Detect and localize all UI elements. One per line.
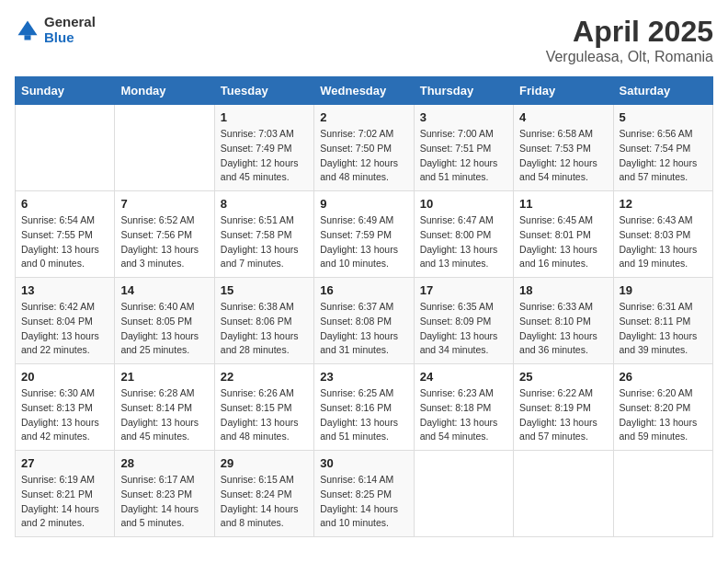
- day-info: Sunrise: 6:40 AMSunset: 8:05 PMDaylight:…: [120, 300, 208, 358]
- calendar-cell: 22Sunrise: 6:26 AMSunset: 8:15 PMDayligh…: [214, 364, 313, 451]
- day-info: Sunrise: 6:38 AMSunset: 8:06 PMDaylight:…: [221, 300, 308, 358]
- calendar-cell: 20Sunrise: 6:30 AMSunset: 8:13 PMDayligh…: [16, 364, 115, 451]
- day-info: Sunrise: 6:22 AMSunset: 8:19 PMDaylight:…: [519, 386, 607, 444]
- day-number: 24: [420, 370, 507, 384]
- day-number: 18: [519, 283, 607, 297]
- calendar-week-row: 20Sunrise: 6:30 AMSunset: 8:13 PMDayligh…: [16, 364, 713, 451]
- weekday-header: Wednesday: [314, 77, 414, 105]
- calendar-cell: 5Sunrise: 6:56 AMSunset: 7:54 PMDaylight…: [613, 105, 712, 191]
- day-number: 7: [120, 197, 208, 211]
- day-info: Sunrise: 6:17 AMSunset: 8:23 PMDaylight:…: [120, 473, 208, 531]
- day-info: Sunrise: 6:54 AMSunset: 7:55 PMDaylight:…: [21, 213, 108, 271]
- day-number: 12: [620, 197, 707, 211]
- weekday-header: Monday: [115, 77, 214, 105]
- day-number: 10: [420, 197, 507, 211]
- day-info: Sunrise: 6:49 AMSunset: 7:59 PMDaylight:…: [320, 213, 407, 271]
- day-number: 9: [320, 197, 407, 211]
- calendar-cell: 30Sunrise: 6:14 AMSunset: 8:25 PMDayligh…: [314, 451, 414, 537]
- weekday-header: Saturday: [613, 77, 712, 105]
- calendar-cell: 11Sunrise: 6:45 AMSunset: 8:01 PMDayligh…: [514, 191, 613, 278]
- calendar-cell: [414, 451, 513, 537]
- calendar-subtitle: Verguleasa, Olt, Romania: [546, 49, 713, 65]
- day-info: Sunrise: 6:20 AMSunset: 8:20 PMDaylight:…: [620, 386, 707, 444]
- calendar-cell: 16Sunrise: 6:37 AMSunset: 8:08 PMDayligh…: [314, 278, 414, 364]
- calendar-cell: 26Sunrise: 6:20 AMSunset: 8:20 PMDayligh…: [613, 364, 712, 451]
- calendar-cell: 27Sunrise: 6:19 AMSunset: 8:21 PMDayligh…: [16, 451, 115, 537]
- day-number: 16: [320, 283, 407, 297]
- day-number: 8: [221, 197, 308, 211]
- calendar-cell: 24Sunrise: 6:23 AMSunset: 8:18 PMDayligh…: [414, 364, 513, 451]
- logo: General Blue: [15, 15, 96, 45]
- day-info: Sunrise: 6:15 AMSunset: 8:24 PMDaylight:…: [221, 473, 308, 531]
- weekday-header: Friday: [514, 77, 613, 105]
- calendar-week-row: 27Sunrise: 6:19 AMSunset: 8:21 PMDayligh…: [16, 451, 713, 537]
- calendar-cell: [115, 105, 214, 191]
- calendar-cell: 6Sunrise: 6:54 AMSunset: 7:55 PMDaylight…: [16, 191, 115, 278]
- day-number: 17: [420, 283, 507, 297]
- day-info: Sunrise: 7:02 AMSunset: 7:50 PMDaylight:…: [320, 127, 407, 185]
- weekday-header-row: SundayMondayTuesdayWednesdayThursdayFrid…: [16, 77, 713, 105]
- calendar-week-row: 1Sunrise: 7:03 AMSunset: 7:49 PMDaylight…: [16, 105, 713, 191]
- calendar-cell: 10Sunrise: 6:47 AMSunset: 8:00 PMDayligh…: [414, 191, 513, 278]
- day-info: Sunrise: 6:26 AMSunset: 8:15 PMDaylight:…: [221, 386, 308, 444]
- weekday-header: Thursday: [414, 77, 513, 105]
- day-info: Sunrise: 6:33 AMSunset: 8:10 PMDaylight:…: [519, 300, 607, 358]
- calendar-cell: [16, 105, 115, 191]
- calendar-cell: 15Sunrise: 6:38 AMSunset: 8:06 PMDayligh…: [214, 278, 313, 364]
- calendar-cell: 13Sunrise: 6:42 AMSunset: 8:04 PMDayligh…: [16, 278, 115, 364]
- calendar-cell: 14Sunrise: 6:40 AMSunset: 8:05 PMDayligh…: [115, 278, 214, 364]
- day-info: Sunrise: 6:43 AMSunset: 8:03 PMDaylight:…: [620, 213, 707, 271]
- day-number: 22: [221, 370, 308, 384]
- day-number: 19: [620, 283, 707, 297]
- day-info: Sunrise: 6:14 AMSunset: 8:25 PMDaylight:…: [320, 473, 407, 531]
- weekday-header: Sunday: [16, 77, 115, 105]
- day-info: Sunrise: 7:03 AMSunset: 7:49 PMDaylight:…: [221, 127, 308, 185]
- title-area: April 2025 Verguleasa, Olt, Romania: [546, 15, 713, 65]
- weekday-header: Tuesday: [214, 77, 313, 105]
- day-number: 23: [320, 370, 407, 384]
- calendar-cell: 2Sunrise: 7:02 AMSunset: 7:50 PMDaylight…: [314, 105, 414, 191]
- day-number: 4: [519, 110, 607, 124]
- day-number: 15: [221, 283, 308, 297]
- day-number: 20: [21, 370, 108, 384]
- day-number: 11: [519, 197, 607, 211]
- calendar-cell: 4Sunrise: 6:58 AMSunset: 7:53 PMDaylight…: [514, 105, 613, 191]
- day-info: Sunrise: 6:30 AMSunset: 8:13 PMDaylight:…: [21, 386, 108, 444]
- calendar-week-row: 13Sunrise: 6:42 AMSunset: 8:04 PMDayligh…: [16, 278, 713, 364]
- day-number: 6: [21, 197, 108, 211]
- day-info: Sunrise: 6:35 AMSunset: 8:09 PMDaylight:…: [420, 300, 507, 358]
- calendar-table: SundayMondayTuesdayWednesdayThursdayFrid…: [15, 76, 713, 537]
- day-info: Sunrise: 6:25 AMSunset: 8:16 PMDaylight:…: [320, 386, 407, 444]
- calendar-cell: [514, 451, 613, 537]
- day-number: 21: [120, 370, 208, 384]
- calendar-cell: 18Sunrise: 6:33 AMSunset: 8:10 PMDayligh…: [514, 278, 613, 364]
- calendar-cell: 28Sunrise: 6:17 AMSunset: 8:23 PMDayligh…: [115, 451, 214, 537]
- calendar-cell: 23Sunrise: 6:25 AMSunset: 8:16 PMDayligh…: [314, 364, 414, 451]
- day-info: Sunrise: 6:45 AMSunset: 8:01 PMDaylight:…: [519, 213, 607, 271]
- day-info: Sunrise: 6:37 AMSunset: 8:08 PMDaylight:…: [320, 300, 407, 358]
- day-number: 29: [221, 456, 308, 470]
- calendar-cell: 17Sunrise: 6:35 AMSunset: 8:09 PMDayligh…: [414, 278, 513, 364]
- day-info: Sunrise: 6:52 AMSunset: 7:56 PMDaylight:…: [120, 213, 208, 271]
- day-number: 14: [120, 283, 208, 297]
- calendar-title: April 2025: [546, 15, 713, 49]
- day-number: 26: [620, 370, 707, 384]
- day-info: Sunrise: 6:58 AMSunset: 7:53 PMDaylight:…: [519, 127, 607, 185]
- day-info: Sunrise: 6:19 AMSunset: 8:21 PMDaylight:…: [21, 473, 108, 531]
- day-number: 1: [221, 110, 308, 124]
- svg-rect-1: [25, 35, 31, 40]
- day-number: 25: [519, 370, 607, 384]
- calendar-cell: 7Sunrise: 6:52 AMSunset: 7:56 PMDaylight…: [115, 191, 214, 278]
- calendar-cell: 12Sunrise: 6:43 AMSunset: 8:03 PMDayligh…: [613, 191, 712, 278]
- logo-general: General: [44, 15, 96, 30]
- logo-text: General Blue: [44, 15, 96, 45]
- calendar-cell: 9Sunrise: 6:49 AMSunset: 7:59 PMDaylight…: [314, 191, 414, 278]
- day-number: 3: [420, 110, 507, 124]
- calendar-cell: 1Sunrise: 7:03 AMSunset: 7:49 PMDaylight…: [214, 105, 313, 191]
- header: General Blue April 2025 Verguleasa, Olt,…: [15, 15, 713, 65]
- day-info: Sunrise: 6:42 AMSunset: 8:04 PMDaylight:…: [21, 300, 108, 358]
- calendar-cell: 19Sunrise: 6:31 AMSunset: 8:11 PMDayligh…: [613, 278, 712, 364]
- svg-marker-0: [18, 20, 38, 35]
- calendar-cell: 25Sunrise: 6:22 AMSunset: 8:19 PMDayligh…: [514, 364, 613, 451]
- calendar-cell: 3Sunrise: 7:00 AMSunset: 7:51 PMDaylight…: [414, 105, 513, 191]
